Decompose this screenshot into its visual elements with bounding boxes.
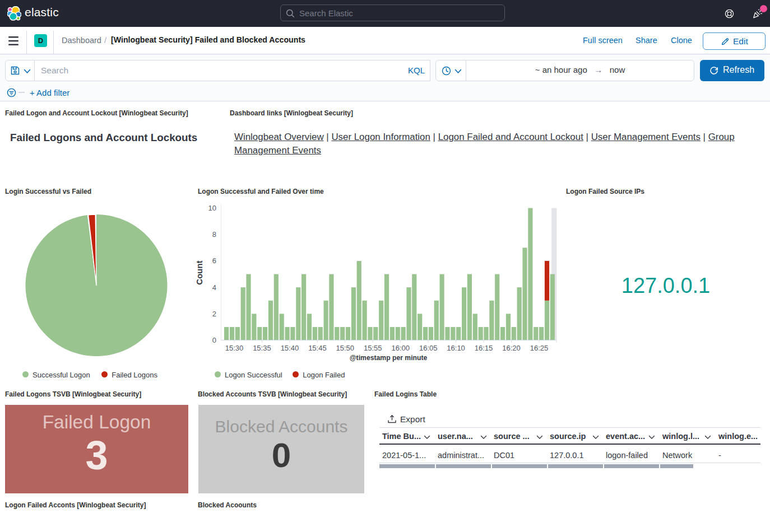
svg-text:16:05: 16:05	[419, 344, 438, 352]
svg-text:15:30: 15:30	[225, 344, 244, 352]
svg-text:16:00: 16:00	[391, 344, 410, 352]
svg-text:15:45: 15:45	[308, 344, 327, 352]
svg-text:16:25: 16:25	[530, 344, 549, 352]
svg-text:16:10: 16:10	[447, 344, 465, 352]
svg-text:16:15: 16:15	[475, 344, 493, 352]
svg-text:16:20: 16:20	[502, 344, 521, 352]
svg-text:2: 2	[212, 310, 216, 318]
svg-text:15:35: 15:35	[253, 344, 271, 352]
svg-text:@timestamp per minute: @timestamp per minute	[350, 354, 428, 362]
svg-text:6: 6	[212, 256, 216, 265]
svg-text:10: 10	[208, 204, 216, 212]
svg-text:0: 0	[212, 336, 216, 344]
svg-text:Count: Count	[196, 260, 204, 284]
svg-text:15:40: 15:40	[281, 344, 299, 352]
svg-text:15:55: 15:55	[364, 344, 382, 352]
svg-text:8: 8	[212, 230, 216, 239]
svg-text:15:50: 15:50	[336, 344, 355, 352]
svg-text:4: 4	[212, 283, 216, 292]
